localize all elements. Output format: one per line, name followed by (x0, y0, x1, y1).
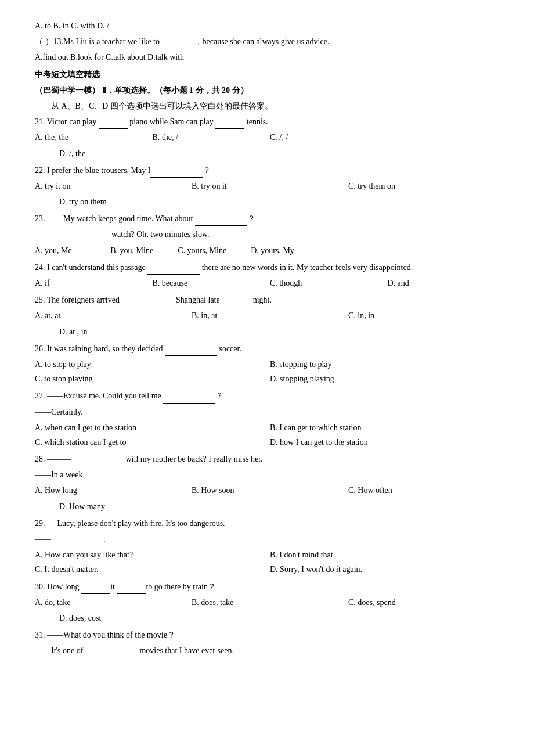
q26-text: 26. It was raining hard, so they decided… (35, 341, 499, 356)
q25-opt-d: D. at , in (59, 325, 499, 339)
subsection-title: （巴蜀中学一模） Ⅱ．单项选择。（每小题 1 分，共 20 分） (35, 83, 499, 98)
question-23: 23. ——My watch keeps good time. What abo… (35, 211, 499, 258)
q24-opt-a: A. if (35, 276, 147, 290)
q29-opt-b: B. I don't mind that. (270, 548, 499, 562)
q21-opt-d (388, 130, 500, 145)
q22-text: 22. I prefer the blue trousers. May I？ (35, 163, 499, 178)
q28-text1: 28. ——— will my mother be back? I really… (35, 452, 499, 466)
q27-opt-c: C. which station can I get to (35, 435, 264, 449)
question-21: 21. Victor can play piano while Sam can … (35, 114, 499, 161)
section-title: 中考短文填空精选 (35, 67, 499, 82)
q28-opt-a: A. How long (35, 483, 186, 498)
q29-opt-a: A. How can you say like that? (35, 548, 264, 562)
q26-opt-d: D. stopping playing (270, 372, 499, 386)
q27-opt-a: A. when can I get to the station (35, 420, 264, 435)
q30-opt-b: B. does, take (192, 595, 342, 610)
q26-opt-a: A. to stop to play (35, 357, 264, 372)
q21-text: 21. Victor can play piano while Sam can … (35, 114, 499, 129)
q28-options: A. How long B. How soon C. How often (35, 483, 499, 498)
q26-options: A. to stop to play B. stopping to play C… (35, 357, 499, 386)
instruction-text: 从 A、B、C、D 四个选项中选出可以填入空白处的最佳答案。 (35, 99, 499, 113)
question-22: 22. I prefer the blue trousers. May I？ A… (35, 163, 499, 210)
q26-opt-c: C. to stop playing (35, 372, 264, 386)
q27-text1: 27. ——Excuse me. Could you tell me ？ (35, 388, 499, 403)
q26-opt-b: B. stopping to play (270, 357, 499, 372)
q31-text2: ——It's one of movies that I have ever se… (35, 643, 499, 658)
question-26: 26. It was raining hard, so they decided… (35, 341, 499, 387)
question-29: 29. — Lucy, please don't play with fire.… (35, 516, 499, 577)
q23-text2: ———watch? Oh, two minutes slow. (35, 227, 499, 242)
q21-opt-c: C. /, / (270, 130, 382, 145)
q30-text: 30. How long it to go there by train？ (35, 579, 499, 594)
q22-opt-a: A. try it on (35, 179, 186, 193)
q27-options: A. when can I get to the station B. I ca… (35, 420, 499, 449)
q24-opt-c: C. though (270, 276, 382, 290)
question-31: 31. ——What do you think of the movie？ ——… (35, 628, 499, 658)
q22-opt-c: C. try them on (348, 179, 499, 193)
q29-text2: ——. (35, 532, 499, 546)
q25-opt-a: A. at, at (35, 308, 186, 323)
q29-opt-c: C. It doesn't matter. (35, 562, 264, 577)
question-24: 24. I can't understand this passage ther… (35, 260, 499, 290)
q21-num: 21. Victor can play piano while Sam can … (35, 117, 268, 126)
q24-opt-d: D. and (388, 276, 500, 290)
q28-opt-b: B. How soon (192, 483, 342, 498)
q24-text: 24. I can't understand this passage ther… (35, 260, 499, 275)
question-30: 30. How long it to go there by train？ A.… (35, 579, 499, 626)
q23-text1: 23. ——My watch keeps good time. What abo… (35, 211, 499, 226)
question-28: 28. ——— will my mother be back? I really… (35, 452, 499, 514)
question-25: 25. The foreigners arrived Shanghai late… (35, 293, 499, 339)
q30-opt-d: D. does, cost (59, 611, 499, 625)
q24-opt-b: B. because (153, 276, 265, 290)
q29-text1: 29. — Lucy, please don't play with fire.… (35, 516, 499, 531)
q23-options: A. you, Me B. you, Mine C. yours, Mine D… (35, 243, 499, 258)
q28-opt-d: D. How many (59, 499, 499, 514)
q25-opt-b: B. in, at (192, 308, 342, 323)
q22-opt-b: B. try on it (192, 179, 342, 193)
q31-text1: 31. ——What do you think of the movie？ (35, 628, 499, 642)
q13-options: A.find out B.look for C.talk about D.tal… (35, 50, 499, 64)
q21-opt-a: A. the, the (35, 130, 147, 145)
q24-options: A. if B. because C. though D. and (35, 276, 499, 290)
question-27: 27. ——Excuse me. Could you tell me ？ ——C… (35, 388, 499, 449)
q27-opt-b: B. I can get to which station (270, 420, 499, 435)
q28-opt-c: C. How often (348, 483, 499, 498)
question-13: （ ）13.Ms Liu is a teacher we like to ___… (35, 34, 499, 64)
q25-opt-c: C. in, in (348, 308, 499, 323)
q13-text: （ ）13.Ms Liu is a teacher we like to ___… (35, 34, 499, 49)
q21-options: A. the, the B. the, / C. /, / (35, 130, 499, 145)
q30-opt-a: A. do, take (35, 595, 186, 610)
q30-options: A. do, take B. does, take C. does, spend (35, 595, 499, 610)
prev-options-line: A. to B. in C. with D. / (35, 19, 499, 33)
q25-options: A. at, at B. in, at C. in, in (35, 308, 499, 323)
q29-options: A. How can you say like that? B. I don't… (35, 548, 499, 577)
q25-text: 25. The foreigners arrived Shanghai late… (35, 293, 499, 307)
q30-opt-c: C. does, spend (348, 595, 499, 610)
q27-text2: ——Certainly. (35, 405, 499, 419)
q27-opt-d: D. how I can get to the station (270, 435, 499, 449)
q28-text2: ——In a week. (35, 467, 499, 482)
q29-opt-d: D. Sorry, I won't do it again. (270, 562, 499, 577)
page-content: A. to B. in C. with D. / （ ）13.Ms Liu is… (35, 19, 499, 658)
q21-opt-b: B. the, / (153, 130, 265, 145)
q22-opt-d: D. try on them (59, 195, 499, 209)
q22-options: A. try it on B. try on it C. try them on (35, 179, 499, 193)
q21-opt-d-line: D. /, the (59, 146, 499, 161)
prev-options-text: A. to B. in C. with D. / (35, 21, 109, 30)
